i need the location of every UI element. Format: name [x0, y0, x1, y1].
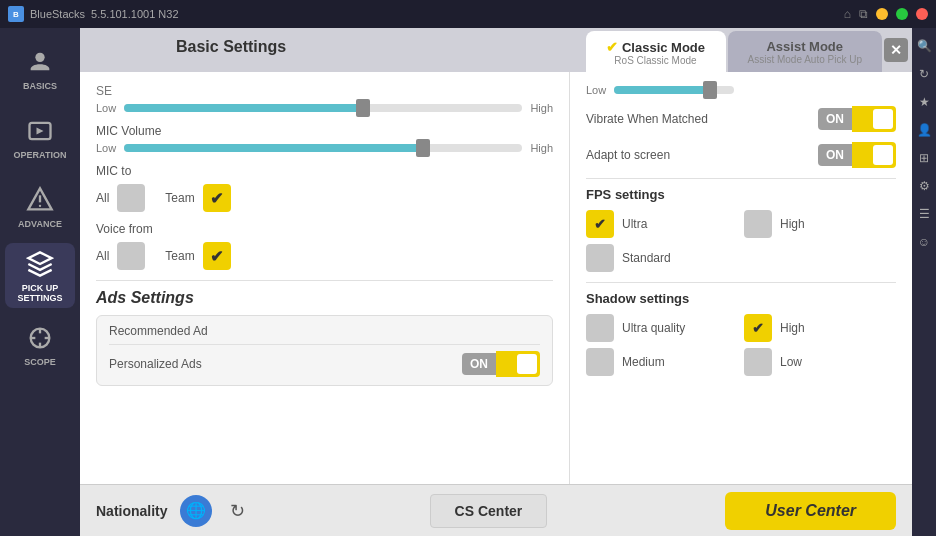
- fps-standard-box[interactable]: [586, 244, 614, 272]
- voice-from-all-box[interactable]: [117, 242, 145, 270]
- sidebar-item-basics[interactable]: BASICS: [5, 36, 75, 101]
- sidebar-label-advance: ADVANCE: [18, 220, 62, 230]
- tab-assist[interactable]: Assist Mode Assist Mode Auto Pick Up: [728, 31, 883, 72]
- se-slider-row: Low High: [96, 102, 553, 114]
- mic-volume-label: MIC Volume: [96, 124, 553, 138]
- shadow-medium-box[interactable]: [586, 348, 614, 376]
- personalized-ads-row: Personalized Ads ON: [109, 351, 540, 377]
- app-logo: B: [8, 6, 24, 22]
- fps-standard-label: Standard: [622, 251, 671, 265]
- recommended-ad-label: Recommended Ad: [109, 324, 208, 338]
- app-name: BlueStacks: [30, 8, 85, 20]
- content-area: Basic Settings ✔ Classic Mode RoS Classi…: [80, 28, 912, 536]
- assist-tab-label: Assist Mode: [766, 39, 843, 54]
- rs-user-icon[interactable]: 👤: [914, 120, 934, 140]
- user-center-button[interactable]: User Center: [725, 492, 896, 530]
- mic-slider-track[interactable]: [124, 144, 522, 152]
- fps-high-label: High: [780, 217, 805, 231]
- voice-from-team-label: Team: [165, 249, 194, 263]
- rs-menu-icon[interactable]: ☰: [914, 204, 934, 224]
- rs-refresh-icon[interactable]: ↻: [914, 64, 934, 84]
- globe-icon[interactable]: 🌐: [180, 495, 212, 527]
- minimize-button[interactable]: [876, 8, 888, 20]
- mic-slider-thumb[interactable]: [416, 139, 430, 157]
- fps-high-box[interactable]: [744, 210, 772, 238]
- page-title: Basic Settings: [176, 38, 286, 56]
- sidebar-item-operation[interactable]: OPERATION: [5, 105, 75, 170]
- mic-low-label: Low: [96, 142, 116, 154]
- shadow-grid: Ultra quality ✔ High Medium Low: [586, 314, 896, 376]
- close-button[interactable]: [916, 8, 928, 20]
- right-slider-track[interactable]: [614, 86, 734, 94]
- adapt-slider: [852, 142, 896, 168]
- se-slider-thumb[interactable]: [356, 99, 370, 117]
- sidebar-item-advance[interactable]: ADVANCE: [5, 174, 75, 239]
- adapt-toggle[interactable]: ON: [818, 142, 896, 168]
- mic-slider-row: Low High: [96, 142, 553, 154]
- shadow-ultra: Ultra quality: [586, 314, 738, 342]
- mic-to-all-label: All: [96, 191, 109, 205]
- toggle-on-label: ON: [462, 353, 496, 375]
- mic-to-label: MIC to: [96, 164, 553, 178]
- voice-from-row: All Team ✔: [96, 242, 553, 270]
- operation-icon: [24, 115, 56, 147]
- sidebar-label-scope: SCOPE: [24, 358, 56, 368]
- bottom-bar: Nationality 🌐 ↻ CS Center User Center: [80, 484, 912, 536]
- adapt-row: Adapt to screen ON: [586, 142, 896, 168]
- sidebar-item-pickup[interactable]: PICK UP SETTINGS: [5, 243, 75, 308]
- separator-1: [96, 280, 553, 281]
- mic-to-all-box[interactable]: [117, 184, 145, 212]
- right-slider-fill: [614, 86, 710, 94]
- fps-section-title: FPS settings: [586, 187, 896, 202]
- tab-classic[interactable]: ✔ Classic Mode RoS Classic Mode: [586, 31, 726, 72]
- rs-window-icon[interactable]: ⊞: [914, 148, 934, 168]
- sidebar-item-scope[interactable]: SCOPE: [5, 312, 75, 377]
- sidebar-label-basics: BASICS: [23, 82, 57, 92]
- mic-to-team-box[interactable]: ✔: [203, 184, 231, 212]
- fps-ultra-box[interactable]: ✔: [586, 210, 614, 238]
- se-slider-fill: [124, 104, 363, 112]
- vibrate-toggle[interactable]: ON: [818, 106, 896, 132]
- shadow-ultra-box[interactable]: [586, 314, 614, 342]
- tabs-row: ✔ Classic Mode RoS Classic Mode Assist M…: [586, 31, 883, 72]
- right-slider-thumb[interactable]: [703, 81, 717, 99]
- adapt-label: Adapt to screen: [586, 148, 670, 162]
- voice-from-team: Team ✔: [165, 242, 230, 270]
- sidebar-label-pickup: PICK UP SETTINGS: [5, 284, 75, 304]
- rs-search-icon[interactable]: 🔍: [914, 36, 934, 56]
- mic-to-section: MIC to All Team ✔: [96, 164, 553, 212]
- personalized-ads-toggle[interactable]: ON: [462, 351, 540, 377]
- left-panel: SE Low High MIC Volume Low: [80, 72, 570, 484]
- voice-from-all-label: All: [96, 249, 109, 263]
- scope-icon: [24, 322, 56, 354]
- rs-gear-icon[interactable]: ⚙: [914, 176, 934, 196]
- mic-slider-fill: [124, 144, 423, 152]
- ads-section-title: Ads Settings: [96, 289, 553, 307]
- voice-from-section: Voice from All Team ✔: [96, 222, 553, 270]
- bottom-left: Nationality 🌐 ↻: [96, 495, 252, 527]
- mic-to-team-label: Team: [165, 191, 194, 205]
- cs-center-button[interactable]: CS Center: [430, 494, 548, 528]
- modal-close-button[interactable]: ✕: [884, 38, 908, 62]
- shadow-high-box[interactable]: ✔: [744, 314, 772, 342]
- top-area: Basic Settings ✔ Classic Mode RoS Classi…: [80, 28, 912, 72]
- bottom-center: CS Center: [430, 494, 548, 528]
- layers-icon[interactable]: ⧉: [859, 7, 868, 21]
- rs-smiley-icon[interactable]: ☺: [914, 232, 934, 252]
- classic-tab-label: Classic Mode: [622, 40, 705, 55]
- se-slider-track[interactable]: [124, 104, 522, 112]
- rs-star-icon[interactable]: ★: [914, 92, 934, 112]
- se-slider-section: SE Low High: [96, 84, 553, 114]
- mic-to-row: All Team ✔: [96, 184, 553, 212]
- se-high-label: High: [530, 102, 553, 114]
- right-sep-1: [586, 178, 896, 179]
- voice-from-team-box[interactable]: ✔: [203, 242, 231, 270]
- svg-point-0: [35, 52, 44, 61]
- maximize-button[interactable]: [896, 8, 908, 20]
- shadow-high-label: High: [780, 321, 805, 335]
- home-icon[interactable]: ⌂: [844, 7, 851, 21]
- shadow-low-box[interactable]: [744, 348, 772, 376]
- vibrate-row: Vibrate When Matched ON: [586, 106, 896, 132]
- basics-icon: [24, 46, 56, 78]
- refresh-icon[interactable]: ↻: [224, 497, 252, 525]
